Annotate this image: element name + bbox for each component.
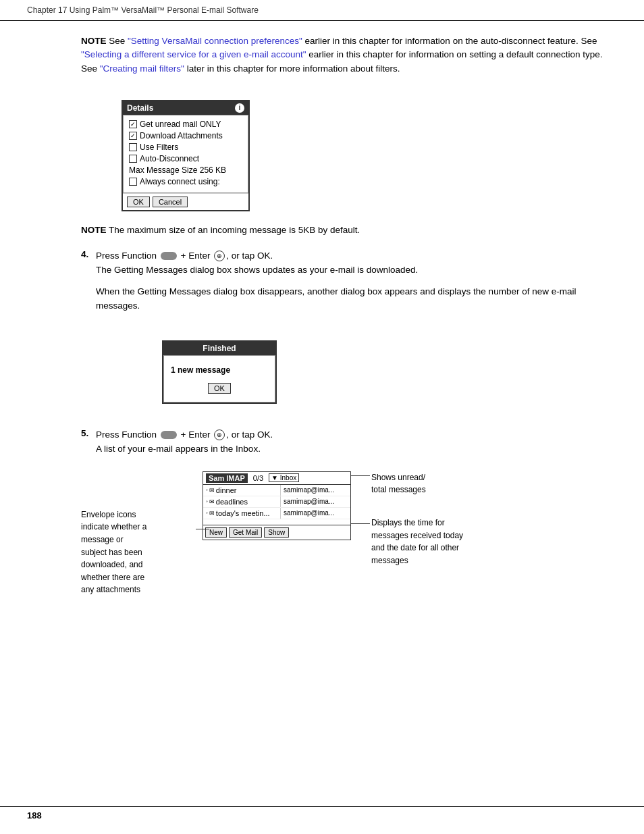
- step5-text2: + Enter: [178, 429, 213, 440]
- details-ok-button[interactable]: OK: [127, 197, 150, 207]
- step4-line: Press Function + Enter ⊕, or tap OK.: [96, 249, 603, 263]
- step4-text2: + Enter: [178, 251, 213, 261]
- envelope-icon-1: ✉: [209, 487, 215, 494]
- footer-line: [0, 806, 644, 807]
- note1-text4: later in this chapter for more informati…: [184, 63, 400, 74]
- inbox-get-mail-button[interactable]: Get Mail: [229, 527, 262, 538]
- details-row-1: ✓ Get unread mail ONLY: [129, 120, 242, 129]
- bullet-1: ◦: [206, 487, 208, 493]
- displays-time-text: Displays the time formessages received t…: [371, 518, 463, 565]
- arrow-line-unread: [351, 475, 370, 476]
- inbox-msg-right-3: samimap@ima...: [281, 508, 345, 519]
- header-text: Chapter 17 Using Palm™ VersaMail™ Person…: [27, 5, 259, 15]
- details-buttons: OK Cancel: [123, 193, 248, 210]
- step4-content: Press Function + Enter ⊕, or tap OK. The…: [96, 249, 603, 320]
- inbox-section: Envelope iconsindicate whether amessage …: [81, 471, 603, 596]
- checkbox-download-attachments[interactable]: ✓: [129, 132, 137, 140]
- details-title: Details: [127, 103, 153, 113]
- enter-key-icon-2: ⊕: [214, 429, 225, 440]
- inbox-msg-left-2: ◦ ✉ deadlines: [203, 496, 281, 507]
- inbox-footer: New Get Mail Show: [203, 525, 350, 540]
- inbox-titlebar: Sam IMAP 0/3 ▼ Inbox: [203, 472, 350, 485]
- envelope-annotation: Envelope iconsindicate whether amessage …: [81, 471, 203, 596]
- note2-text: The maximum size of an incoming message …: [107, 225, 360, 235]
- label-download-attachments: Download Attachments: [140, 131, 223, 140]
- function-key-icon: [161, 252, 177, 260]
- checkbox-use-filters[interactable]: [129, 143, 137, 151]
- note1-text2: earlier in this chapter for information …: [302, 36, 597, 46]
- finished-dialog-container: Finished 1 new message OK: [122, 328, 277, 416]
- label-always-connect: Always connect using:: [140, 177, 220, 186]
- inbox-screenshot: Sam IMAP 0/3 ▼ Inbox ◦ ✉ dinner: [203, 471, 351, 540]
- details-row-4: Auto-Disconnect: [129, 154, 242, 163]
- note1-label: NOTE: [81, 36, 107, 46]
- step5-content: Press Function + Enter ⊕, or tap OK. A l…: [96, 428, 273, 463]
- inbox-row-1[interactable]: ◦ ✉ dinner samimap@ima...: [203, 485, 350, 496]
- finished-title: Finished: [163, 342, 275, 355]
- details-dialog-container: Details i ✓ Get unread mail ONLY ✓ Downl…: [122, 100, 250, 211]
- step4-text3: , or tap OK.: [226, 251, 273, 261]
- step5-text1: Press Function: [96, 429, 159, 440]
- note1-link2[interactable]: "Selecting a different service for a giv…: [81, 49, 306, 59]
- info-icon: i: [235, 103, 244, 113]
- right-annotations: Shows unread/total messages Displays the…: [371, 471, 463, 567]
- page-header: Chapter 17 Using Palm™ VersaMail™ Person…: [0, 0, 644, 21]
- step5-text3: , or tap OK.: [226, 429, 273, 440]
- inbox-count: 0/3: [253, 474, 263, 482]
- annotation-line-left: [196, 529, 209, 529]
- details-cancel-button[interactable]: Cancel: [153, 197, 188, 207]
- details-row-3: Use Filters: [129, 142, 242, 152]
- page-number: 188: [27, 810, 42, 820]
- function-key-icon-2: [161, 431, 177, 439]
- note2-block: NOTE The maximum size of an incoming mes…: [81, 224, 603, 237]
- enter-key-icon: ⊕: [214, 251, 225, 261]
- step4-desc1: The Getting Messages dialog box shows up…: [96, 263, 603, 278]
- step4-text1: Press Function: [96, 251, 159, 261]
- note1-link3[interactable]: "Creating mail filters": [100, 63, 184, 74]
- envelope-icon-2: ✉: [209, 498, 215, 505]
- envelope-annotation-text: Envelope iconsindicate whether amessage …: [81, 509, 196, 596]
- inbox-show-button[interactable]: Show: [264, 527, 289, 538]
- label-use-filters: Use Filters: [140, 142, 178, 152]
- step5-line: Press Function + Enter ⊕, or tap OK.: [96, 428, 273, 442]
- displays-time-annotation: Displays the time formessages received t…: [371, 517, 463, 567]
- bullet-2: ◦: [206, 498, 208, 504]
- details-body: ✓ Get unread mail ONLY ✓ Download Attach…: [123, 115, 248, 193]
- msg-subject-1: dinner: [216, 486, 237, 494]
- step5-number: 5.: [81, 428, 96, 463]
- label-get-unread: Get unread mail ONLY: [140, 120, 221, 129]
- inbox-box: Sam IMAP 0/3 ▼ Inbox ◦ ✉ dinner: [203, 471, 351, 540]
- inbox-msg-left-3: ◦ ✉ today's meetin...: [203, 508, 281, 519]
- msg-subject-3: today's meetin...: [216, 509, 270, 517]
- shows-unread-text: Shows unread/total messages: [371, 473, 426, 495]
- inbox-row-2[interactable]: ◦ ✉ deadlines samimap@ima...: [203, 496, 350, 508]
- inbox-messages: ◦ ✉ dinner samimap@ima... ◦ ✉: [203, 485, 350, 525]
- bullet-3: ◦: [206, 510, 208, 516]
- note1-text1: See: [107, 36, 128, 46]
- inbox-msg-right-2: samimap@ima...: [281, 496, 345, 507]
- finished-body: 1 new message OK: [163, 355, 275, 402]
- msg-subject-2: deadlines: [216, 498, 248, 506]
- msg-from-2: samimap@ima...: [284, 498, 334, 505]
- label-max-message-size: Max Message Size 256 KB: [129, 165, 226, 175]
- checkbox-always-connect[interactable]: [129, 178, 137, 186]
- details-row-6: Always connect using:: [129, 177, 242, 186]
- details-dialog: Details i ✓ Get unread mail ONLY ✓ Downl…: [122, 100, 250, 211]
- main-content: NOTE See "Setting VersaMail connection p…: [0, 21, 644, 630]
- shows-unread-annotation: Shows unread/total messages: [371, 471, 463, 496]
- label-auto-disconnect: Auto-Disconnect: [140, 154, 199, 163]
- note1-link1[interactable]: "Setting VersaMail connection preference…: [128, 36, 302, 46]
- step4-desc2: When the Getting Messages dialog box dis…: [96, 284, 603, 313]
- checkbox-auto-disconnect[interactable]: [129, 155, 137, 163]
- inbox-select[interactable]: ▼ Inbox: [269, 473, 299, 482]
- finished-buttons: OK: [171, 383, 268, 398]
- checkbox-get-unread[interactable]: ✓: [129, 120, 137, 128]
- inbox-account-label: Sam IMAP: [206, 473, 248, 483]
- note2-label: NOTE: [81, 225, 107, 235]
- finished-ok-button[interactable]: OK: [208, 383, 231, 394]
- page-container: Chapter 17 Using Palm™ VersaMail™ Person…: [0, 0, 644, 834]
- step5-block: 5. Press Function + Enter ⊕, or tap OK. …: [81, 428, 603, 463]
- msg-from-1: samimap@ima...: [284, 486, 334, 494]
- inbox-row-3[interactable]: ◦ ✉ today's meetin... samimap@ima...: [203, 508, 350, 519]
- details-titlebar: Details i: [123, 101, 248, 115]
